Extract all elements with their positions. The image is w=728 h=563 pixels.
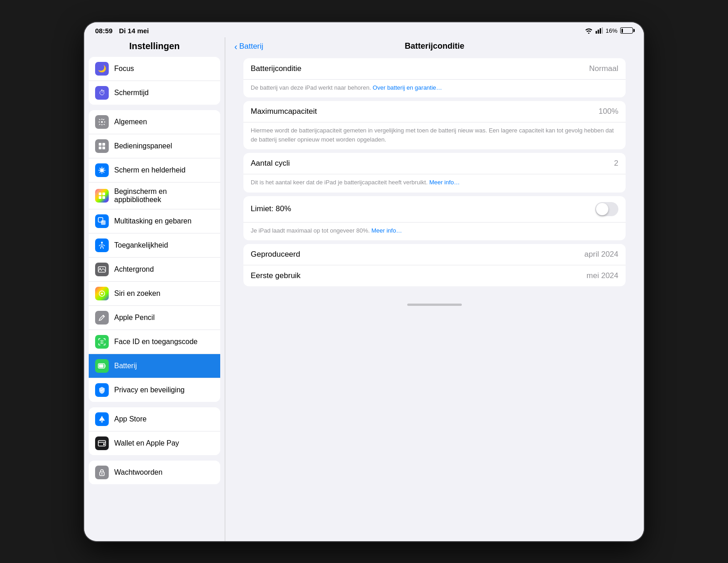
svg-point-20 [101,340,101,341]
sidebar-item-label-batterij: Batterij [114,362,214,370]
sidebar-item-label-pencil: Apple Pencil [114,314,214,322]
svg-text:A: A [100,417,103,422]
detail-title: Batterijconditie [404,41,464,51]
status-left: 08:59 Di 14 mei [95,27,149,35]
sidebar-item-label-achtergrond: Achtergrond [114,265,214,274]
sidebar-item-label-faceid: Face ID en toegangscode [114,338,214,346]
privacy-icon [95,383,109,397]
cycli-meer-info-link[interactable]: Meer info… [429,179,460,186]
achtergrond-icon [95,263,109,276]
svg-rect-12 [99,196,101,199]
sidebar: Instellingen 🌙 Focus ⏱ Schermtijd [84,37,225,541]
beginscherm-icon [95,189,109,203]
bedieningspaneel-icon [95,139,109,153]
sidebar-item-label-multitasking: Multitasking en gebaren [114,217,214,225]
sidebar-title: Instellingen [84,37,225,57]
svg-rect-7 [99,147,101,149]
row-eerste-gebruik: Eerste gebruik mei 2024 [243,265,626,286]
algemeen-icon [95,115,109,129]
battery-bar-icon [620,27,633,34]
svg-point-4 [101,121,103,123]
sidebar-item-label-schermtijd: Schermtijd [114,89,214,97]
capaciteit-label: Maximumcapaciteit [251,107,317,116]
limiet-toggle[interactable] [595,202,618,216]
sidebar-item-label-bedieningspaneel: Bedieningspaneel [114,142,214,150]
limiet-meer-info-link[interactable]: Meer info… [371,227,402,234]
svg-rect-13 [102,196,105,199]
svg-point-29 [101,473,103,474]
cycli-description: Dit is het aantal keer dat de iPad je ba… [243,174,626,193]
sidebar-item-privacy[interactable]: Privacy en beveiliging [89,378,220,402]
battery-percent: 16% [606,27,617,34]
row-batterijconditie: Batterijconditie Normaal [243,58,626,80]
svg-rect-3 [602,27,603,34]
multitasking-icon [95,214,109,228]
sidebar-item-multitasking[interactable]: Multitasking en gebaren [89,209,220,233]
sidebar-group-4: Wachtwoorden [89,461,220,484]
geproduceerd-label: Geproduceerd [251,250,300,259]
card-cycli: Aantal cycli 2 Dit is het aantal keer da… [243,153,626,193]
svg-rect-8 [102,147,105,149]
sidebar-item-algemeen[interactable]: Algemeen [89,110,220,134]
sidebar-item-schermtijd[interactable]: ⏱ Schermtijd [89,81,220,105]
eerste-gebruik-value: mei 2024 [586,271,618,280]
sidebar-item-focus[interactable]: 🌙 Focus [89,57,220,81]
sidebar-item-label-wallet: Wallet en Apple Pay [114,439,214,447]
svg-rect-1 [597,30,599,34]
capaciteit-value: 100% [599,107,618,116]
card-limiet: Limiet: 80% Je iPad laadt maximaal op to… [243,196,626,241]
main-area: Instellingen 🌙 Focus ⏱ Schermtijd [84,37,644,541]
sidebar-item-scherm[interactable]: Scherm en helderheid [89,158,220,183]
svg-rect-24 [99,364,104,367]
limiet-description: Je iPad laadt maximaal op tot ongeveer 8… [243,223,626,241]
svg-rect-10 [99,193,101,195]
sidebar-item-batterij[interactable]: Batterij [89,354,220,378]
status-right: 16% [585,27,633,34]
sidebar-group-2: Algemeen Bedieningspaneel [89,110,220,402]
row-capaciteit: Maximumcapaciteit 100% [243,101,626,122]
focus-icon: 🌙 [95,62,109,76]
toegankelijkheid-icon [95,238,109,252]
signal-icon [596,27,603,34]
sidebar-item-label-wachtwoorden: Wachtwoorden [114,468,214,477]
toggle-knob [596,203,608,215]
sidebar-group-3: A App Store Wallet [89,407,220,455]
sidebar-item-achtergrond[interactable]: Achtergrond [89,258,220,282]
svg-rect-5 [99,143,101,146]
sidebar-item-label-siri: Siri en zoeken [114,289,214,298]
batterijconditie-label: Batterijconditie [251,64,302,73]
svg-point-9 [100,168,104,172]
card-capaciteit: Maximumcapaciteit 100% Hiermee wordt de … [243,101,626,149]
sidebar-item-wallet[interactable]: Wallet en Apple Pay [89,431,220,455]
eerste-gebruik-label: Eerste gebruik [251,271,301,280]
geproduceerd-value: april 2024 [584,250,618,259]
scherm-icon [95,163,109,177]
sidebar-item-label-beginscherm: Beginscherm en appbibliotheek [114,188,214,204]
schermtijd-icon: ⏱ [95,86,109,100]
sidebar-group-1: 🌙 Focus ⏱ Schermtijd [89,57,220,105]
sidebar-item-siri[interactable]: Siri en zoeken [89,282,220,306]
sidebar-item-faceid[interactable]: Face ID en toegangscode [89,330,220,354]
pencil-icon [95,311,109,325]
battery-guarantee-link[interactable]: Over batterij en garantie… [373,84,442,91]
row-limiet: Limiet: 80% [243,196,626,223]
sidebar-item-label-appstore: App Store [114,415,214,423]
sidebar-item-label-algemeen: Algemeen [114,118,214,126]
appstore-icon: A [95,412,109,426]
status-bar: 08:59 Di 14 mei 16% [84,22,644,37]
detail-panel: ‹ Batterij Batterijconditie Batterijcond… [225,37,644,541]
wachtwoorden-icon [95,466,109,479]
cycli-label: Aantal cycli [251,159,290,168]
sidebar-item-beginscherm[interactable]: Beginscherm en appbibliotheek [89,183,220,209]
sidebar-item-pencil[interactable]: Apple Pencil [89,306,220,330]
sidebar-item-toegankelijkheid[interactable]: Toegankelijkheid [89,233,220,258]
status-time: 08:59 [95,27,112,35]
svg-point-21 [103,340,104,341]
faceid-icon [95,335,109,349]
sidebar-item-bedieningspaneel[interactable]: Bedieningspaneel [89,134,220,158]
limiet-label: Limiet: 80% [251,204,291,213]
back-button[interactable]: ‹ Batterij [234,42,263,51]
card-datum: Geproduceerd april 2024 Eerste gebruik m… [243,244,626,286]
sidebar-item-appstore[interactable]: A App Store [89,407,220,431]
sidebar-item-wachtwoorden[interactable]: Wachtwoorden [89,461,220,484]
